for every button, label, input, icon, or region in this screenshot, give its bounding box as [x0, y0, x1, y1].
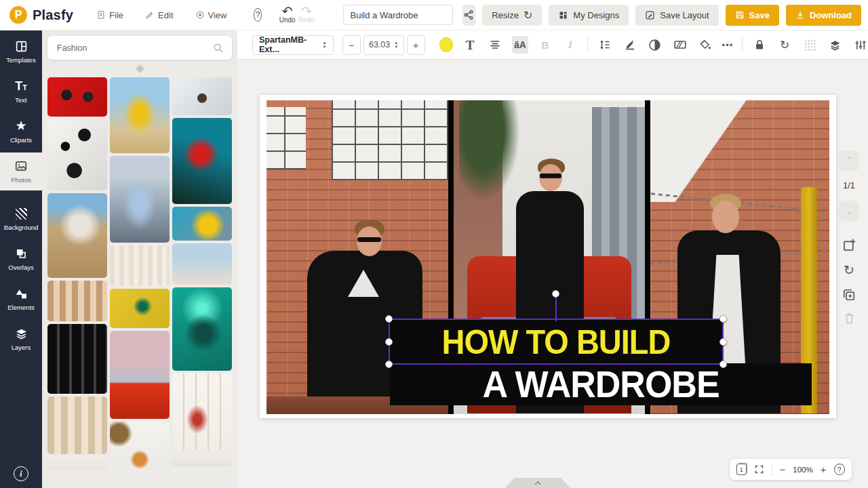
align-center-button[interactable]	[487, 36, 503, 54]
sidebar-item-background[interactable]: Background	[0, 200, 42, 238]
add-page-button[interactable]	[842, 238, 856, 252]
design-title-input[interactable]	[343, 5, 453, 25]
rotate-button[interactable]: ↻	[776, 36, 793, 54]
photo-tile-beach-dress[interactable]	[172, 243, 232, 285]
texture-button[interactable]	[672, 36, 688, 54]
zoom-out-button[interactable]: −	[780, 464, 786, 475]
design-canvas[interactable]: A WARDROBE HOW TO BUILD	[260, 95, 836, 418]
text-icon: TT	[15, 79, 27, 93]
selection-handle-sw[interactable]	[385, 361, 393, 368]
photo-tile-meadow-portrait[interactable]	[47, 193, 107, 278]
fill-button[interactable]	[697, 36, 713, 54]
rotate-handle[interactable]	[552, 290, 559, 298]
sidebar-item-overlays[interactable]: Overlays	[0, 240, 42, 278]
page-thumbnail-button[interactable]: 1	[736, 464, 747, 475]
contrast-button[interactable]	[647, 36, 663, 54]
menu-edit[interactable]: Edit	[145, 10, 173, 20]
sidebar-item-elements[interactable]: Elements	[0, 280, 42, 318]
more-options-button[interactable]: •••	[722, 40, 734, 50]
fullscreen-button[interactable]	[754, 464, 764, 474]
sidebar-item-text[interactable]: TT Text	[0, 73, 42, 110]
save-layout-button[interactable]: Save Layout	[635, 5, 718, 26]
zoom-in-button[interactable]: +	[821, 464, 827, 475]
lock-button[interactable]	[751, 36, 768, 54]
logo-icon: P	[9, 6, 27, 24]
line-spacing-button[interactable]	[597, 36, 613, 54]
photo-tile-flatlay-purse[interactable]	[110, 422, 170, 469]
sidebar-item-templates[interactable]: Templates	[0, 33, 42, 70]
photo-tile-wardrobe-rack[interactable]	[110, 245, 170, 286]
download-button[interactable]: Download	[786, 5, 861, 26]
selection-handle-w[interactable]	[385, 338, 393, 346]
share-button[interactable]	[462, 5, 476, 26]
selection-handle-ne[interactable]	[719, 315, 727, 323]
sidebar-label-layers: Layers	[12, 344, 31, 351]
save-button[interactable]: Save	[726, 5, 779, 26]
overlays-icon	[15, 247, 27, 260]
grid-icon	[558, 10, 568, 20]
sidebar-item-photos[interactable]: Photos	[0, 152, 42, 190]
headline-band-2[interactable]: A WARDROBE	[390, 363, 812, 405]
menu-file-label: File	[109, 10, 123, 20]
save-layout-label: Save Layout	[660, 10, 709, 20]
rotate-page-button[interactable]: ↻	[844, 262, 854, 278]
font-family-select[interactable]: SpartanMB-Ext... ▲▼	[252, 35, 334, 55]
photo-tile-teal-sky-red-tee[interactable]	[172, 118, 232, 204]
photo-tile-night-building[interactable]	[47, 324, 107, 394]
photo-tile-street-red-car[interactable]	[110, 331, 170, 419]
settings-button[interactable]	[852, 36, 868, 54]
sidebar-item-cliparts[interactable]: ★ Cliparts	[0, 113, 42, 150]
photo-tile-red-models[interactable]	[47, 77, 107, 117]
selection-handle-se[interactable]	[719, 361, 727, 368]
info-icon[interactable]: i	[14, 466, 28, 481]
search-input[interactable]	[47, 43, 213, 53]
bottom-drawer-handle[interactable]	[505, 478, 570, 488]
text-color-swatch[interactable]	[439, 37, 453, 52]
photo-tile-fashion-sketches[interactable]	[172, 373, 232, 450]
redo-button: ↷ Redo	[298, 6, 315, 24]
menu-view[interactable]: View	[195, 10, 227, 20]
photo-tile-neon-teal-pants[interactable]	[172, 287, 232, 371]
undo-button[interactable]: ↶ Undo	[279, 6, 296, 24]
sidebar-item-layers[interactable]: Layers	[0, 320, 42, 358]
contrast-icon	[648, 39, 661, 52]
photo-tile-yellow-outfit[interactable]	[110, 77, 170, 153]
position-button[interactable]	[827, 36, 843, 54]
sidebar-label-overlays: Overlays	[8, 264, 33, 271]
resize-button[interactable]: Resize ↻	[482, 5, 542, 26]
photo-tile-yellow-wall[interactable]	[110, 289, 170, 328]
photo-tile-accessories-flatlay[interactable]	[47, 119, 107, 190]
photo-col-3	[172, 77, 232, 470]
selection-handle-nw[interactable]	[385, 315, 393, 323]
download-label: Download	[810, 10, 852, 20]
my-designs-button[interactable]: My Designs	[549, 5, 629, 26]
font-size-value[interactable]: 63.03 ▲▼	[363, 35, 404, 55]
font-size-increase-button[interactable]: +	[407, 35, 425, 55]
texture-icon	[673, 38, 687, 52]
app-name: Plasfy	[33, 7, 73, 23]
selection-box[interactable]	[389, 319, 724, 365]
sidebar-label-background: Background	[4, 224, 39, 231]
photo-tile-hanging-clothes[interactable]	[47, 281, 107, 321]
text-style-button[interactable]: T	[462, 36, 478, 54]
photo-tile-white-partial[interactable]	[47, 457, 107, 470]
line-spacing-icon	[599, 39, 611, 51]
photo-tile-white-coats[interactable]	[172, 77, 232, 115]
app-logo[interactable]: P Plasfy	[0, 6, 85, 24]
photo-tile-yellow-duo[interactable]	[172, 207, 232, 241]
font-size-decrease-button[interactable]: −	[342, 35, 361, 55]
edit-text-button[interactable]	[622, 36, 638, 54]
duplicate-page-button[interactable]	[842, 288, 856, 302]
selection-handle-e[interactable]	[719, 338, 727, 346]
zoom-help-icon[interactable]: ?	[834, 464, 846, 475]
download-icon	[795, 10, 805, 20]
photo-tile-dried-textiles[interactable]	[47, 396, 107, 454]
menu-file[interactable]: File	[96, 10, 123, 20]
photo-tile-sculpture-partial[interactable]	[172, 453, 232, 466]
search-icon[interactable]	[213, 43, 224, 54]
photo-tile-cathedral-blue-coat[interactable]	[110, 156, 170, 243]
transparency-icon	[804, 39, 816, 51]
text-case-button[interactable]: āA	[512, 36, 528, 54]
help-icon[interactable]: ?	[254, 8, 261, 22]
page-up-button: ⌃	[839, 150, 859, 171]
